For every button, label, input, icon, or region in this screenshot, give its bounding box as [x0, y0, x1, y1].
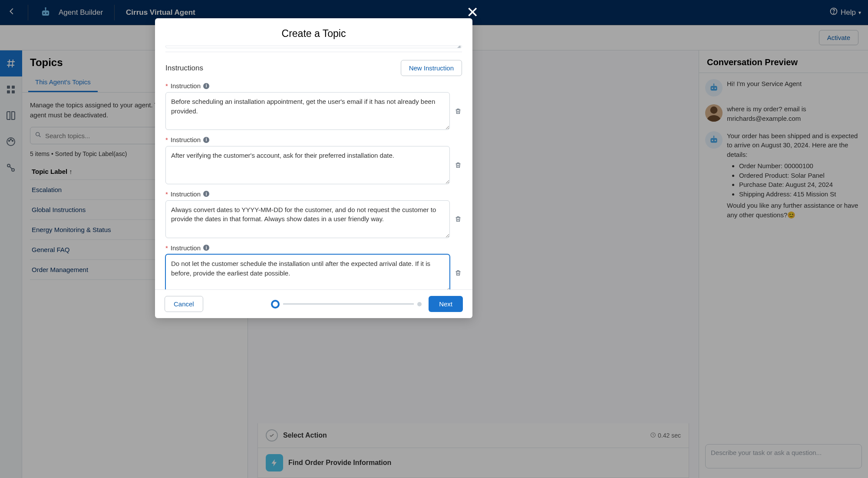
instruction-label: * Instruction i	[165, 190, 462, 198]
progress-indicator	[210, 300, 422, 309]
required-indicator: *	[165, 244, 168, 252]
progress-step-2	[417, 302, 422, 306]
required-indicator: *	[165, 136, 168, 143]
info-icon[interactable]: i	[203, 245, 209, 251]
required-indicator: *	[165, 190, 168, 198]
new-instruction-button[interactable]: New Instruction	[401, 60, 462, 76]
modal-title: Create a Topic	[155, 18, 472, 46]
instruction-label: * Instruction i	[165, 136, 462, 143]
delete-instruction-button[interactable]	[454, 162, 462, 169]
instruction-textarea[interactable]	[165, 146, 450, 184]
instruction-label: * Instruction i	[165, 82, 462, 90]
info-icon[interactable]: i	[203, 191, 209, 197]
close-icon[interactable]: ✕	[466, 3, 479, 21]
instruction-textarea[interactable]	[165, 200, 450, 238]
required-indicator: *	[165, 82, 168, 90]
create-topic-modal: ✕ Create a Topic ◢ Instructions New Inst…	[155, 18, 472, 318]
cancel-button[interactable]: Cancel	[165, 296, 203, 312]
next-button[interactable]: Next	[429, 296, 463, 312]
delete-instruction-button[interactable]	[454, 269, 462, 276]
instruction-label: * Instruction i	[165, 244, 462, 252]
delete-instruction-button[interactable]	[454, 216, 462, 222]
info-icon[interactable]: i	[203, 83, 209, 89]
instructions-section-label: Instructions	[165, 64, 203, 73]
modal-footer: Cancel Next	[155, 289, 472, 318]
progress-step-1	[271, 300, 280, 309]
resize-handle-icon[interactable]: ◢	[457, 46, 461, 48]
delete-instruction-button[interactable]	[454, 108, 462, 115]
instruction-textarea[interactable]	[165, 92, 450, 130]
instruction-textarea[interactable]	[165, 254, 450, 289]
info-icon[interactable]: i	[203, 137, 209, 143]
